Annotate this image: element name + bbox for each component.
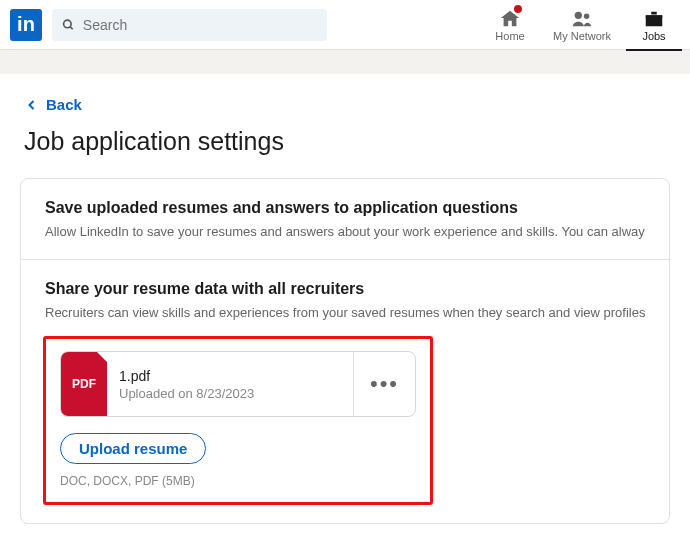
page-title: Job application settings xyxy=(0,127,690,178)
highlight-box: PDF 1.pdf Uploaded on 8/23/2023 ••• Uplo… xyxy=(43,336,433,505)
pdf-icon: PDF xyxy=(61,352,107,416)
search-box[interactable] xyxy=(52,9,327,41)
svg-line-1 xyxy=(70,26,73,29)
resume-uploaded: Uploaded on 8/23/2023 xyxy=(119,386,341,401)
section2-desc: Recruiters can view skills and experienc… xyxy=(45,304,645,322)
resume-row: PDF 1.pdf Uploaded on 8/23/2023 ••• xyxy=(60,351,416,417)
main-content: Back Job application settings Save uploa… xyxy=(0,74,690,524)
nav-home-label: Home xyxy=(495,30,524,42)
svg-point-3 xyxy=(584,13,590,19)
linkedin-logo[interactable]: in xyxy=(10,9,42,41)
search-icon xyxy=(62,18,75,32)
briefcase-icon xyxy=(643,8,665,30)
back-link[interactable]: Back xyxy=(0,74,82,127)
resume-info: 1.pdf Uploaded on 8/23/2023 xyxy=(107,352,353,416)
resume-more-button[interactable]: ••• xyxy=(353,352,415,416)
svg-point-0 xyxy=(64,20,72,28)
nav-network[interactable]: My Network xyxy=(546,0,618,50)
section-share-resume: Share your resume data with all recruite… xyxy=(21,260,669,523)
nav-jobs-label: Jobs xyxy=(642,30,665,42)
nav-network-label: My Network xyxy=(553,30,611,42)
nav-home[interactable]: Home xyxy=(474,0,546,50)
people-icon xyxy=(571,8,593,30)
resume-filename: 1.pdf xyxy=(119,368,341,384)
top-nav: in Home My Network Jobs xyxy=(0,0,690,50)
section2-title: Share your resume data with all recruite… xyxy=(45,280,645,298)
sub-strip xyxy=(0,50,690,74)
settings-card: Save uploaded resumes and answers to app… xyxy=(20,178,670,524)
notification-badge xyxy=(512,3,524,15)
svg-point-2 xyxy=(575,11,582,18)
upload-hint: DOC, DOCX, PDF (5MB) xyxy=(60,474,416,488)
section1-desc: Allow LinkedIn to save your resumes and … xyxy=(45,223,645,241)
back-label: Back xyxy=(46,96,82,113)
upload-resume-button[interactable]: Upload resume xyxy=(60,433,206,464)
chevron-left-icon xyxy=(26,99,38,111)
section1-title: Save uploaded resumes and answers to app… xyxy=(45,199,645,217)
section2-desc-text: Recruiters can view skills and experienc… xyxy=(45,305,645,320)
search-input[interactable] xyxy=(83,17,317,33)
section-save-resumes: Save uploaded resumes and answers to app… xyxy=(21,179,669,260)
nav-jobs[interactable]: Jobs xyxy=(618,0,690,50)
svg-rect-4 xyxy=(646,15,663,18)
